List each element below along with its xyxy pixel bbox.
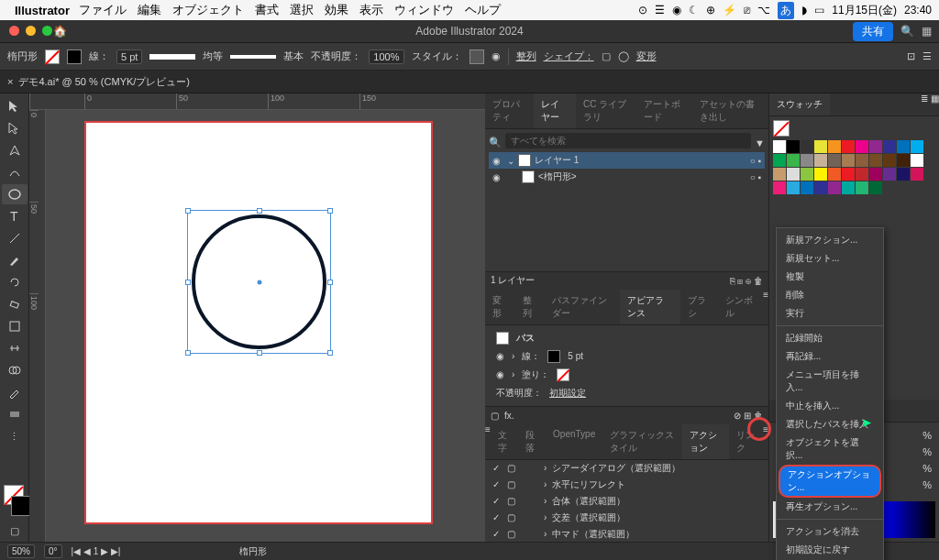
swatch[interactable] xyxy=(801,140,813,153)
menu-item[interactable]: 新規セット... xyxy=(777,249,883,268)
menu-help[interactable]: ヘルプ xyxy=(465,2,501,18)
home-icon[interactable]: 🏠 xyxy=(53,25,67,38)
menu-item[interactable]: 実行 xyxy=(777,304,883,323)
scale-tool[interactable] xyxy=(2,316,28,336)
menu-item[interactable]: 複製 xyxy=(777,268,883,286)
shape-link[interactable]: シェイプ： xyxy=(544,49,594,63)
search-icon[interactable]: 🔍 xyxy=(900,25,914,38)
close-tab-icon[interactable]: × xyxy=(7,76,13,87)
swatch[interactable] xyxy=(842,154,855,167)
check-icon[interactable]: ✓ xyxy=(492,463,502,473)
menu-item[interactable]: 中止を挿入... xyxy=(777,397,883,415)
swatch[interactable] xyxy=(869,140,882,153)
swatch[interactable] xyxy=(856,168,868,181)
tab-paragraph[interactable]: 段落 xyxy=(518,424,546,459)
shape-builder-tool[interactable] xyxy=(2,360,28,380)
swatch[interactable] xyxy=(814,154,827,167)
swatch[interactable] xyxy=(814,168,827,181)
tab-symbols[interactable]: シンボル xyxy=(718,290,763,324)
visibility-icon[interactable]: ◉ xyxy=(496,369,504,379)
menu-file[interactable]: ファイル xyxy=(79,2,127,18)
stroke-value[interactable]: 5 pt xyxy=(568,351,583,361)
gradient-tool[interactable] xyxy=(2,404,28,424)
swatch[interactable] xyxy=(814,181,827,194)
swatch[interactable] xyxy=(911,154,923,167)
swatch[interactable] xyxy=(787,168,800,181)
tab-graphic-styles[interactable]: グラフィックスタイル xyxy=(602,424,682,459)
menu-item[interactable]: アクションオプション... xyxy=(779,465,881,498)
target-icon[interactable]: ○ ▪ xyxy=(750,156,761,166)
screen-mode[interactable]: ▢ xyxy=(2,521,28,541)
menu-item[interactable]: 再生オプション... xyxy=(777,498,883,516)
swatch[interactable] xyxy=(773,181,786,194)
swatch[interactable] xyxy=(897,154,910,167)
shape-icon[interactable]: ◯ xyxy=(618,50,629,62)
brush-def[interactable] xyxy=(230,55,276,59)
swatch[interactable] xyxy=(828,140,841,153)
swatch[interactable] xyxy=(773,168,786,181)
swatch[interactable] xyxy=(869,181,882,194)
isolate-icon[interactable]: ⊡ xyxy=(907,50,915,62)
visibility-icon[interactable]: ◉ xyxy=(492,172,503,182)
tab-actions[interactable]: アクション xyxy=(682,424,729,459)
swatch[interactable] xyxy=(787,154,800,167)
appearance-opacity[interactable]: 不透明度： 初期設定 xyxy=(489,384,765,402)
menu-item[interactable]: 削除 xyxy=(777,286,883,304)
share-button[interactable]: 共有 xyxy=(853,22,893,41)
swatch[interactable] xyxy=(897,168,910,181)
layer-search-input[interactable] xyxy=(505,133,751,148)
tab-opentype[interactable]: OpenType xyxy=(546,424,602,459)
swatch[interactable] xyxy=(842,181,855,194)
locate-icon[interactable]: ⎘ ⊞ ⊕ 🗑 xyxy=(730,276,763,286)
fill-swatch[interactable] xyxy=(45,49,60,64)
appearance-stroke[interactable]: ◉ › 線： 5 pt xyxy=(489,347,765,366)
tab-cc-libraries[interactable]: CC ライブラリ xyxy=(576,93,636,128)
target-icon[interactable]: ○ ▪ xyxy=(750,172,761,182)
swatch[interactable] xyxy=(814,140,827,153)
menu-effect[interactable]: 効果 xyxy=(325,2,348,18)
swatch[interactable] xyxy=(801,168,813,181)
line-tool[interactable] xyxy=(2,228,28,248)
swatch[interactable] xyxy=(911,168,923,181)
tab-align[interactable]: 整列 xyxy=(515,290,546,324)
zoom-field[interactable]: 50% xyxy=(7,544,35,558)
stroke-profile[interactable] xyxy=(149,54,195,60)
selection-tool[interactable] xyxy=(2,96,28,116)
swatch[interactable] xyxy=(787,140,800,153)
transform-link[interactable]: 変形 xyxy=(636,49,657,63)
menu-item[interactable]: オブジェクトを選択... xyxy=(777,434,883,465)
swatch[interactable] xyxy=(828,168,841,181)
menu-item[interactable]: 初期設定に戻す xyxy=(777,541,883,559)
stroke-width-field[interactable]: 5 pt xyxy=(116,49,142,64)
action-row[interactable]: ✓▢› 中マド（選択範囲） xyxy=(485,526,768,543)
tab-pathfinder[interactable]: パスファインダー xyxy=(545,290,620,324)
menu-item[interactable]: メニュー項目を挿入... xyxy=(777,366,883,397)
document-tab[interactable]: × デモ4.ai* @ 50 % (CMYK/プレビュー) xyxy=(0,71,939,93)
brush-tool[interactable] xyxy=(2,250,28,270)
tab-layers[interactable]: レイヤー xyxy=(534,93,576,128)
shape-icon[interactable]: ▢ xyxy=(602,50,611,62)
tab-brushes[interactable]: ブラシ xyxy=(680,290,718,324)
swatch[interactable] xyxy=(773,154,786,167)
current-fill[interactable] xyxy=(773,120,790,137)
swatch[interactable] xyxy=(801,181,813,194)
pen-tool[interactable] xyxy=(2,140,28,160)
swatch[interactable] xyxy=(856,154,868,167)
canvas[interactable]: 050100150 050100 xyxy=(29,93,485,542)
width-tool[interactable] xyxy=(2,338,28,358)
chevron-down-icon[interactable]: ⌄ xyxy=(507,156,514,166)
menu-item[interactable]: 新規アクション... xyxy=(777,231,883,249)
swatch[interactable] xyxy=(828,181,841,194)
swatch[interactable] xyxy=(842,168,855,181)
filter-icon[interactable]: ▼ xyxy=(755,137,765,148)
swatch-view-icons[interactable]: ≣ ▦ xyxy=(921,93,939,115)
artboard-nav[interactable]: |◀ ◀ 1 ▶ ▶| xyxy=(72,546,121,556)
check-icon[interactable]: ✓ xyxy=(492,496,502,506)
arrange-icon[interactable]: ▦ xyxy=(922,25,932,38)
action-row[interactable]: ✓▢› 水平にリフレクト xyxy=(485,477,768,493)
menu-item[interactable]: アクションを消去 xyxy=(777,522,883,541)
menu-edit[interactable]: 編集 xyxy=(138,2,161,18)
swatch[interactable] xyxy=(883,168,896,181)
type-tool[interactable]: T xyxy=(2,206,28,226)
ellipse-tool[interactable] xyxy=(2,184,28,204)
